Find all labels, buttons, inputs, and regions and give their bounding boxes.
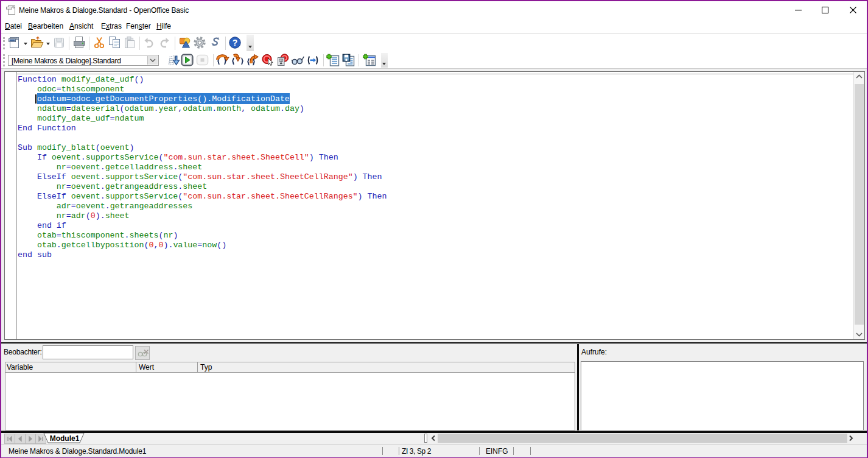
svg-text:Module1: Module1 [50, 434, 80, 443]
svg-text:?: ? [233, 38, 238, 48]
